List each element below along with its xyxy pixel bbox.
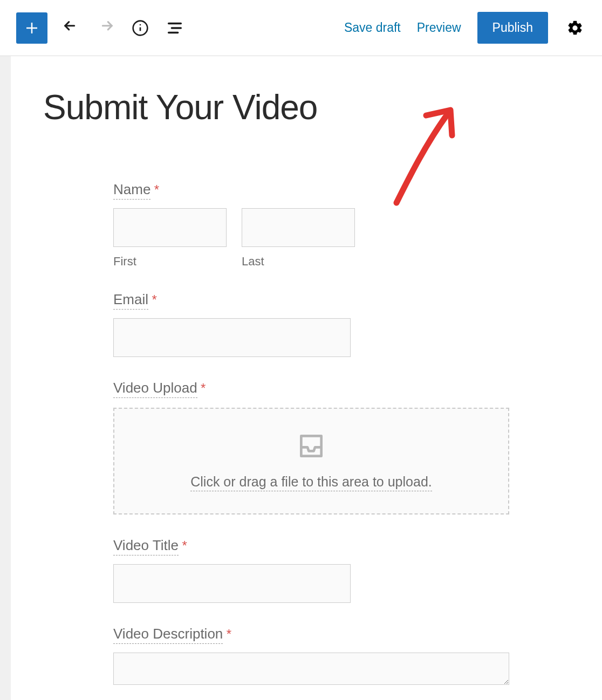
upload-hint: Click or drag a file to this area to upl…: [190, 474, 432, 491]
settings-button[interactable]: [564, 17, 586, 39]
info-icon: [132, 19, 149, 37]
first-sublabel: First: [113, 255, 227, 269]
last-sublabel: Last: [242, 255, 355, 269]
required-marker: *: [227, 627, 231, 641]
video-description-input[interactable]: [113, 653, 509, 685]
form-container: Name * First Last Email * Video Upload *: [113, 181, 512, 687]
required-marker: *: [182, 538, 187, 553]
video-title-input[interactable]: [113, 564, 351, 603]
email-input[interactable]: [113, 318, 351, 357]
gear-icon: [566, 19, 584, 37]
last-name-input[interactable]: [242, 208, 355, 247]
outline-button[interactable]: [164, 17, 186, 39]
video-title-label: Video Title: [113, 537, 179, 555]
svg-point-1: [140, 24, 141, 25]
save-draft-button[interactable]: Save draft: [344, 20, 401, 35]
redo-icon: [97, 19, 115, 37]
name-field: Name * First Last: [113, 181, 512, 269]
page-title[interactable]: Submit Your Video: [43, 87, 570, 127]
upload-dropzone[interactable]: Click or drag a file to this area to upl…: [113, 408, 509, 514]
video-title-field: Video Title *: [113, 537, 512, 603]
first-name-input[interactable]: [113, 208, 227, 247]
name-label: Name: [113, 181, 150, 200]
video-upload-label: Video Upload: [113, 380, 197, 398]
inbox-icon: [296, 431, 326, 461]
email-field: Email *: [113, 291, 512, 357]
toolbar-right: Save draft Preview Publish: [344, 12, 586, 44]
email-label: Email: [113, 291, 148, 310]
undo-button[interactable]: [60, 17, 82, 39]
video-description-field: Video Description *: [113, 626, 512, 687]
toolbar-left: [16, 12, 186, 44]
required-marker: *: [154, 182, 159, 197]
preview-button[interactable]: Preview: [417, 20, 461, 35]
info-button[interactable]: [129, 17, 151, 39]
required-marker: *: [152, 292, 156, 307]
required-marker: *: [201, 381, 206, 395]
editor-canvas: Submit Your Video Name * First Last Emai…: [11, 56, 602, 700]
video-description-label: Video Description: [113, 626, 223, 644]
redo-button[interactable]: [95, 17, 117, 39]
undo-icon: [62, 19, 80, 37]
video-upload-field: Video Upload * Click or drag a file to t…: [113, 380, 512, 514]
list-icon: [166, 19, 184, 37]
add-block-button[interactable]: [16, 12, 47, 44]
plus-icon: [24, 20, 40, 36]
editor-toolbar: Save draft Preview Publish: [0, 0, 602, 56]
publish-button[interactable]: Publish: [477, 12, 548, 44]
